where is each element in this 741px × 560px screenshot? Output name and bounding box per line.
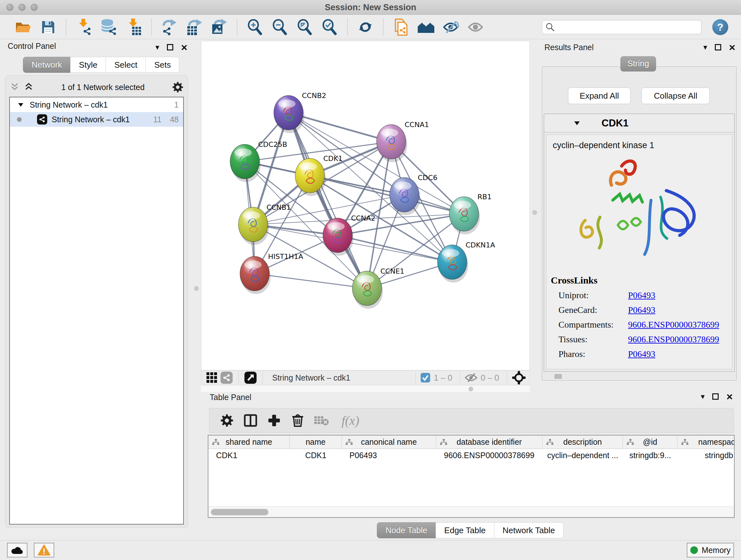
tab-network[interactable]: Network [23,57,71,73]
column-header[interactable]: database identifier [436,435,542,449]
network-tree: String Network – cdk1 1 String Network –… [9,97,184,524]
splitter-handle[interactable] [468,387,473,391]
grid-view-button[interactable] [205,371,219,384]
network-options-gear-icon[interactable] [172,82,183,92]
crosslink-value[interactable]: 9606.ENSP00000378699 [628,320,719,330]
export-image-button[interactable] [209,17,229,37]
expand-all-icon[interactable] [24,83,33,91]
warning-icon [38,544,51,556]
tree-expand-icon[interactable] [17,102,24,107]
refresh-layout-button[interactable] [355,17,375,37]
zoom-selected-button[interactable] [320,17,340,37]
column-header[interactable]: canonical name [342,435,436,449]
table-settings-gear-button[interactable] [218,411,236,430]
crosslink-value[interactable]: 9606.ENSP00000378699 [628,334,719,345]
tab-sets[interactable]: Sets [145,57,179,73]
network-collection-row[interactable]: String Network – cdk1 1 [10,98,183,112]
node-table[interactable]: shared name name canonical name database… [208,435,735,518]
panel-collapse-icon[interactable]: ▾ [701,392,704,401]
open-session-button[interactable] [13,17,33,37]
horizontal-splitter[interactable] [201,386,530,392]
zoom-fit-button[interactable] [295,17,315,37]
entry-gene-name: CDK1 [602,118,628,129]
network-node-ccna2[interactable]: CCNA2 [323,214,375,256]
left-splitter-handle[interactable] [194,286,199,291]
delete-table-button[interactable] [312,411,331,430]
collection-count: 1 [174,100,179,110]
string-network-badge-icon[interactable] [219,371,234,384]
memory-button[interactable]: Memory [687,543,734,557]
network-node-ccne1[interactable]: CCNE1 [352,267,404,309]
cell-shared-name: CDK1 [208,449,290,462]
tab-string[interactable]: String [620,56,656,71]
tab-edge-table[interactable]: Edge Table [435,522,494,538]
cloud-button[interactable] [7,543,27,557]
hide-selected-button[interactable] [441,17,461,37]
right-splitter-handle[interactable] [532,210,537,215]
panel-float-icon[interactable] [715,44,721,51]
zoom-out-button[interactable] [270,17,290,37]
cell-database-identifier: 9606.ENSP00000378699 [436,449,542,462]
create-column-button[interactable] [265,411,283,430]
network-canvas[interactable]: CCNB2CCNA1CDC25BCDK1CDC6RB1CCNB1CCNA2CDK… [201,41,530,370]
selected-count: 1 – 0 [434,373,452,383]
tab-select[interactable]: Select [106,57,146,73]
import-network-database-button[interactable] [99,17,119,37]
tab-style[interactable]: Style [70,57,106,73]
column-header[interactable]: name [290,435,342,449]
warnings-button[interactable] [34,543,54,557]
node-label-hist1h1a: HIST1H1A [268,253,303,260]
hidden-eye-slash-icon[interactable] [465,373,477,383]
network-node-cdkn1a[interactable]: CDKN1A [437,241,495,283]
show-columns-button[interactable] [241,411,260,430]
table-horizontal-scrollbar[interactable] [208,506,734,517]
panel-collapse-icon[interactable]: ▾ [155,43,159,52]
collapse-all-icon[interactable] [10,83,19,91]
expand-all-button[interactable]: Expand All [568,87,630,104]
panel-close-icon[interactable]: × [726,393,733,400]
tab-node-table[interactable]: Node Table [377,522,436,538]
save-session-button[interactable] [38,17,58,37]
table-row[interactable]: CDK1 CDK1 P06493 9606.ENSP00000378699 cy… [208,449,734,462]
search-icon [545,22,555,32]
column-header[interactable]: shared name [208,435,290,449]
network-row[interactable]: String Network – cdk1 11 48 [10,112,183,127]
panel-float-icon[interactable] [167,44,173,51]
column-header[interactable]: @id [623,435,677,449]
export-table-button[interactable] [185,17,204,37]
scrollbar-thumb[interactable] [211,509,268,515]
search-input[interactable] [555,21,698,33]
delete-column-button[interactable] [288,411,307,430]
export-network-button[interactable] [159,17,179,37]
birdseye-view-button[interactable] [512,371,526,384]
import-table-button[interactable] [124,17,144,37]
panel-float-icon[interactable] [712,393,719,400]
entry-collapse-icon[interactable] [574,120,581,126]
function-builder-button[interactable]: f(x) [336,411,365,430]
network-node-ccna1[interactable]: CCNA1 [377,121,429,162]
network-node-ccnb2[interactable]: CCNB2 [274,91,326,133]
results-scrollbar-nub[interactable] [555,374,562,379]
detach-view-button[interactable] [243,371,258,384]
column-header[interactable]: description [542,435,623,449]
tab-network-table[interactable]: Network Table [494,522,563,538]
help-button[interactable]: ? [712,19,728,35]
panel-close-icon[interactable]: × [181,44,187,51]
selected-checkbox-icon[interactable] [420,373,430,383]
import-network-file-button[interactable] [74,17,94,37]
crosslink-row: GeneCard: P06493 [558,305,732,315]
panel-close-icon[interactable]: × [729,44,735,51]
duplicate-network-button[interactable] [391,17,411,37]
crosslink-value[interactable]: P06493 [628,349,656,359]
crosslink-row: Pharos: P06493 [558,349,732,359]
show-all-button[interactable] [466,17,486,37]
crosslink-value[interactable]: P06493 [628,305,656,315]
network-node-rb1[interactable]: RB1 [449,193,491,234]
crosslink-value[interactable]: P06493 [628,290,656,300]
collapse-all-button[interactable]: Collapse All [642,87,710,104]
zoom-in-button[interactable] [245,17,265,37]
network-node-hist1h1a[interactable]: HIST1H1A [240,253,303,294]
column-header[interactable]: namespace [677,435,735,449]
first-neighbors-button[interactable] [416,17,436,37]
panel-collapse-icon[interactable]: ▾ [703,43,707,52]
